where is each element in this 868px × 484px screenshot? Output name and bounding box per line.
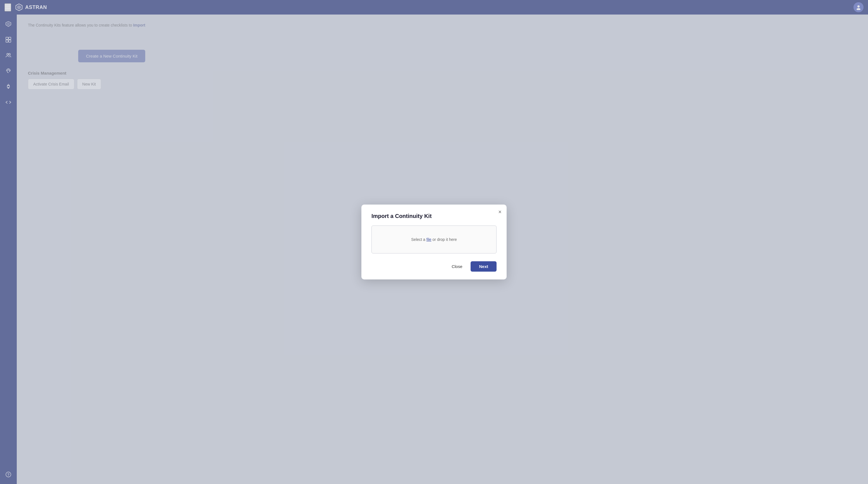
drop-zone-text: Select a file or drop it here xyxy=(411,237,457,242)
next-button[interactable]: Next xyxy=(471,261,497,272)
modal-close-button[interactable]: × xyxy=(498,209,502,215)
import-modal: Import a Continuity Kit × Select a file … xyxy=(362,205,506,279)
file-select-link[interactable]: file xyxy=(427,237,432,242)
file-drop-zone[interactable]: Select a file or drop it here xyxy=(371,225,497,253)
modal-actions: Close Next xyxy=(371,261,497,272)
modal-overlay: Import a Continuity Kit × Select a file … xyxy=(0,0,868,484)
modal-title: Import a Continuity Kit xyxy=(371,213,497,219)
close-button[interactable]: Close xyxy=(446,261,467,272)
